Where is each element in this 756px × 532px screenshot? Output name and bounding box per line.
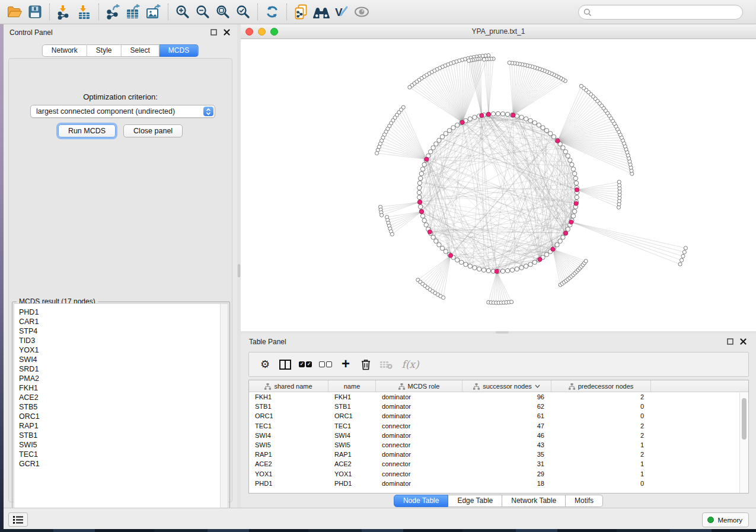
save-session-button[interactable]: [25, 2, 45, 21]
column-header-name[interactable]: name: [328, 380, 376, 392]
mcds-result-item[interactable]: FKH1: [14, 383, 228, 393]
table-row[interactable]: TEC1TEC1connector472: [249, 421, 748, 431]
mcds-result-item[interactable]: PHD1: [14, 307, 228, 317]
open-file-button[interactable]: [5, 2, 25, 21]
save-icon: [28, 5, 42, 18]
binoculars-icon: [312, 5, 330, 18]
mcds-result-item[interactable]: CAR1: [14, 317, 228, 326]
control-panel-close-button[interactable]: [222, 28, 231, 37]
column-header-predecessor-nodes[interactable]: predecessor nodes: [551, 380, 651, 392]
column-header-successor-nodes[interactable]: successor nodes: [462, 380, 551, 392]
column-header-mcds-role[interactable]: MCDS role: [376, 380, 462, 392]
table-row[interactable]: FKH1FKH1dominator962: [249, 392, 748, 402]
delete-table-button[interactable]: [377, 355, 395, 373]
search-input[interactable]: [592, 7, 742, 18]
mcds-result-item[interactable]: GCR1: [14, 459, 228, 469]
graphics-details-toggle-button[interactable]: [352, 2, 372, 21]
column-header-shared-name[interactable]: shared name: [249, 380, 328, 392]
mcds-result-item[interactable]: STB5: [14, 402, 228, 412]
table-cell: SWI4: [249, 431, 328, 440]
select-all-columns-button[interactable]: ✓✓: [296, 355, 314, 373]
task-history-button[interactable]: [8, 512, 28, 527]
table-panel-float-button[interactable]: [725, 337, 735, 347]
mcds-list-scrollbar[interactable]: [220, 304, 228, 519]
tab-network-table[interactable]: Network Table: [502, 495, 566, 507]
tab-mcds[interactable]: MCDS: [160, 44, 199, 57]
import-table-button[interactable]: [74, 2, 94, 21]
table-scrollbar[interactable]: [739, 393, 748, 493]
table-row[interactable]: RAP1RAP1dominator352: [249, 450, 748, 459]
column-header-label: predecessor nodes: [578, 383, 634, 390]
control-panel-float-button[interactable]: [209, 28, 218, 37]
zoom-out-button[interactable]: [193, 2, 213, 21]
mcds-result-item[interactable]: ACE2: [14, 393, 228, 402]
mcds-result-item[interactable]: TID3: [14, 336, 228, 345]
clone-network-button[interactable]: [291, 2, 311, 21]
zoom-selected-button[interactable]: [233, 2, 253, 21]
mcds-result-item[interactable]: SWI4: [14, 355, 228, 364]
table-row[interactable]: SWI4SWI4dominator462: [249, 431, 748, 440]
table-row[interactable]: SWI5SWI5connector431: [249, 440, 748, 450]
table-cell: STB1: [328, 402, 376, 411]
table-cell: 29: [462, 469, 551, 479]
tab-select[interactable]: Select: [122, 44, 160, 57]
tab-node-table[interactable]: Node Table: [394, 495, 449, 507]
zoom-out-icon: [196, 5, 210, 19]
table-row[interactable]: STB1STB1dominator620: [249, 402, 748, 411]
mcds-result-item[interactable]: PMA2: [14, 374, 228, 383]
delete-column-button[interactable]: [357, 355, 375, 373]
zoom-in-button[interactable]: [173, 2, 193, 21]
table-cell: PHD1: [249, 479, 328, 488]
network-window-titlebar[interactable]: YPA_prune.txt_1: [241, 24, 756, 39]
plus-icon: +: [342, 357, 350, 371]
export-image-button[interactable]: [143, 2, 164, 21]
tab-motifs[interactable]: Motifs: [566, 495, 603, 507]
table-cell: 0: [551, 402, 651, 411]
network-canvas[interactable]: [241, 39, 756, 331]
create-column-button[interactable]: +: [337, 355, 355, 373]
column-header-label: MCDS role: [408, 383, 440, 390]
run-mcds-button[interactable]: Run MCDS: [58, 124, 116, 137]
mcds-result-list[interactable]: PHD1CAR1STP4TID3YOX1SWI4SRD1PMA2FKH1ACE2…: [14, 303, 228, 520]
tab-network[interactable]: Network: [42, 44, 87, 57]
mcds-result-item[interactable]: SRD1: [14, 364, 228, 374]
export-network-button[interactable]: [103, 2, 123, 21]
table-panel-title: Table Panel: [249, 338, 286, 346]
export-image-icon: [145, 4, 162, 20]
table-row[interactable]: ACE2ACE2connector311: [249, 459, 748, 469]
close-panel-button[interactable]: Close panel: [123, 124, 183, 137]
unselect-all-columns-button[interactable]: [317, 355, 334, 373]
show-column-panel-button[interactable]: [276, 355, 294, 373]
table-settings-button[interactable]: ⚙: [256, 355, 274, 373]
mcds-result-item[interactable]: SWI5: [14, 440, 228, 450]
mcds-result-item[interactable]: YOX1: [14, 345, 228, 355]
export-network-icon: [106, 4, 122, 20]
table-panel-close-button[interactable]: [738, 337, 748, 347]
refresh-view-button[interactable]: [262, 2, 282, 21]
mcds-result-item[interactable]: STP4: [14, 326, 228, 336]
mcds-result-item[interactable]: ORC1: [14, 412, 228, 421]
zoom-fit-button[interactable]: [213, 2, 233, 21]
mcds-result-item[interactable]: TEC1: [14, 450, 228, 459]
float-window-icon: [210, 29, 217, 36]
export-table-button[interactable]: [123, 2, 143, 21]
import-network-button[interactable]: [54, 2, 74, 21]
checked-boxes-icon: ✓✓: [299, 361, 312, 367]
table-row[interactable]: ORC1ORC1dominator610: [249, 411, 748, 421]
table-row[interactable]: YOX1YOX1connector291: [249, 469, 748, 479]
mcds-result-item[interactable]: STB1: [14, 431, 228, 440]
table-cell: TEC1: [328, 421, 376, 431]
mcds-result-item[interactable]: RAP1: [14, 421, 228, 431]
first-neighbors-button[interactable]: [311, 2, 331, 21]
table-cell: dominator: [376, 431, 462, 440]
optimization-criterion-select[interactable]: largest connected component (undirected): [30, 105, 215, 118]
memory-button[interactable]: Memory: [702, 512, 749, 527]
tab-edge-table[interactable]: Edge Table: [448, 495, 502, 507]
vizmap-toggle-button[interactable]: V: [331, 2, 352, 21]
global-search[interactable]: [578, 5, 743, 20]
splitter-grip[interactable]: [238, 264, 240, 277]
function-builder-button[interactable]: f(x): [397, 355, 423, 373]
tab-style[interactable]: Style: [87, 44, 122, 57]
scrollbar-thumb[interactable]: [742, 398, 747, 440]
table-row[interactable]: PHD1PHD1dominator180: [249, 479, 748, 488]
